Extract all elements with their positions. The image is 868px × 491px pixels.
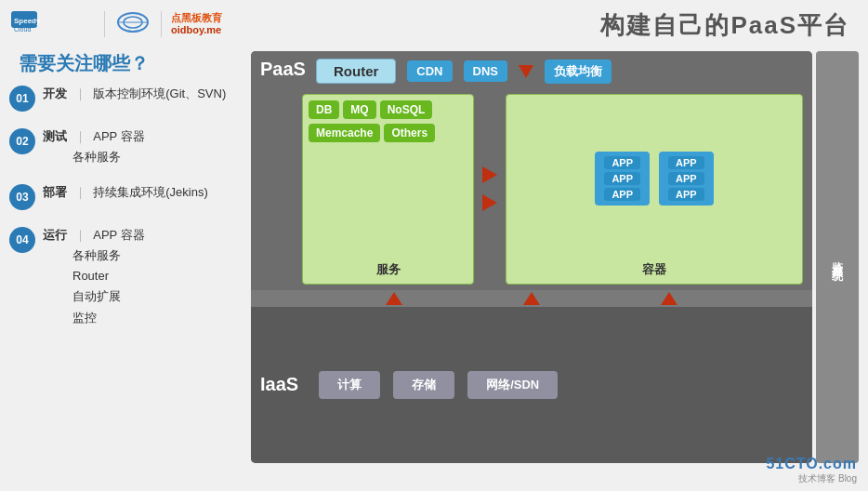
paas-zone: PaaS Router CDN DNS 负载均衡 DB MQ <box>251 51 812 290</box>
services-label: 服务 <box>309 261 467 278</box>
iaas-chip-network: 网络/SDN <box>467 371 558 399</box>
page-title: 构建自己的PaaS平台 <box>600 9 849 42</box>
logo-divider1 <box>104 11 105 37</box>
diagram-outer: PaaS Router CDN DNS 负载均衡 DB MQ <box>251 51 812 463</box>
iaas-zone: IaaS 计算 存储 网络/SDN <box>251 307 812 463</box>
chip-nosql: NoSQL <box>380 100 433 119</box>
item-detail-03: 持续集成环境(Jekins) <box>93 185 208 199</box>
item-detail-04c: Router <box>72 269 109 283</box>
item-row-03: 03 部署 ｜ 持续集成环境(Jekins) <box>9 182 251 210</box>
monitor-label: 监控系统 <box>832 252 843 263</box>
watermark: 51CTO.com 技术博客 Blog <box>766 456 857 485</box>
arrow-right-2 <box>482 194 497 211</box>
cdn-box: CDN <box>407 60 452 82</box>
item-detail-02b: 各种服务 <box>72 150 121 164</box>
item-number-01: 01 <box>9 86 35 112</box>
services-chips: DB MQ NoSQL Memcache Others <box>309 100 467 142</box>
services-row2: Memcache Others <box>309 124 467 142</box>
item-row-02: 02 测试 ｜ APP 容器 各种服务 <box>9 126 251 167</box>
up-arrow-3 <box>661 292 677 305</box>
app-chip-2b: APP <box>668 172 704 185</box>
item-content-03: 部署 ｜ 持续集成环境(Jekins) <box>43 182 208 203</box>
item-detail-04d: 自动扩展 <box>72 289 121 303</box>
chip-db: DB <box>309 100 339 119</box>
item-row-04: 04 运行 ｜ APP 容器 各种服务 Router 自动扩展 监控 <box>9 225 251 327</box>
item-content-01: 开发 ｜ 版本控制环境(Git、SVN) <box>43 84 226 104</box>
containers-box: APP APP APP APP APP APP 容器 <box>506 94 803 285</box>
logo-speedy: Speedy Cloud <box>11 7 95 41</box>
services-box: DB MQ NoSQL Memcache Others 服务 <box>302 94 474 285</box>
containers-label: 容器 <box>512 261 796 278</box>
diagram-area: PaaS Router CDN DNS 负载均衡 DB MQ <box>251 51 859 463</box>
chip-others: Others <box>384 124 435 142</box>
item-row-01: 01 开发 ｜ 版本控制环境(Git、SVN) <box>9 84 251 112</box>
watermark-main: 51CTO.com <box>766 456 857 472</box>
chip-memcache: Memcache <box>309 124 380 142</box>
container-groups: APP APP APP APP APP APP <box>512 100 796 258</box>
app-chip-2a: APP <box>668 156 704 169</box>
up-arrows-row <box>251 290 812 307</box>
router-box: Router <box>316 59 396 84</box>
chip-mq: MQ <box>343 100 375 119</box>
item-category-03: 部署 <box>43 185 67 199</box>
item-number-02: 02 <box>9 128 35 154</box>
item-category-01: 开发 <box>43 86 67 100</box>
section-title: 需要关注哪些？ <box>19 51 149 76</box>
monitor-panel: 监控系统 <box>816 51 859 463</box>
dns-box: DNS <box>464 60 507 82</box>
logo-chinese: 点黑板教育 <box>171 12 222 24</box>
item-number-04: 04 <box>9 227 35 253</box>
iaas-chip-compute: 计算 <box>319 371 380 399</box>
item-detail-04b: 各种服务 <box>72 248 121 262</box>
item-content-04: 运行 ｜ APP 容器 各种服务 Router 自动扩展 监控 <box>43 225 145 327</box>
logo-oidboy: 点黑板教育 oidboy.me <box>171 12 222 36</box>
container-group1: APP APP APP <box>595 152 650 206</box>
logo-fish <box>114 7 151 41</box>
svg-text:Cloud: Cloud <box>14 26 31 33</box>
paas-label: PaaS <box>260 59 306 80</box>
logo-divider2 <box>161 11 162 37</box>
gap-divider <box>251 290 812 307</box>
logo-oidboy-text: oidboy.me <box>171 24 222 36</box>
left-panel: 01 开发 ｜ 版本控制环境(Git、SVN) 02 测试 ｜ APP 容器 各… <box>9 84 251 343</box>
app-chip-1b: APP <box>604 172 640 185</box>
item-detail-04a: APP 容器 <box>93 228 144 242</box>
container-group2: APP APP APP <box>659 152 714 206</box>
watermark-sub: 技术博客 Blog <box>766 472 857 485</box>
header-logos: Speedy Cloud 点黑板教育 oidboy.me <box>11 7 222 41</box>
top-services-row: Router CDN DNS 负载均衡 <box>316 59 803 84</box>
item-detail-04e: 监控 <box>72 311 97 325</box>
up-arrow-1 <box>386 292 402 305</box>
up-arrow-2 <box>523 292 540 305</box>
lb-box: 负载均衡 <box>545 60 612 84</box>
iaas-chip-storage: 存储 <box>393 371 454 399</box>
middle-row: DB MQ NoSQL Memcache Others 服务 <box>302 94 803 285</box>
svg-text:Speedy: Speedy <box>14 17 41 25</box>
app-chip-1c: APP <box>604 188 640 201</box>
app-chip-1a: APP <box>604 156 640 169</box>
item-detail-02a: APP 容器 <box>93 129 144 143</box>
item-number-03: 03 <box>9 184 35 210</box>
item-category-02: 测试 <box>43 129 67 143</box>
item-category-04: 运行 <box>43 228 67 242</box>
iaas-label: IaaS <box>260 374 298 395</box>
services-row1: DB MQ NoSQL <box>309 100 467 119</box>
app-chip-2c: APP <box>668 188 704 201</box>
arrow-right-1 <box>482 166 497 183</box>
item-detail-01: 版本控制环境(Git、SVN) <box>93 86 226 100</box>
down-arrow-1 <box>519 65 533 78</box>
item-content-02: 测试 ｜ APP 容器 各种服务 <box>43 126 145 167</box>
arrows-col <box>474 94 506 285</box>
